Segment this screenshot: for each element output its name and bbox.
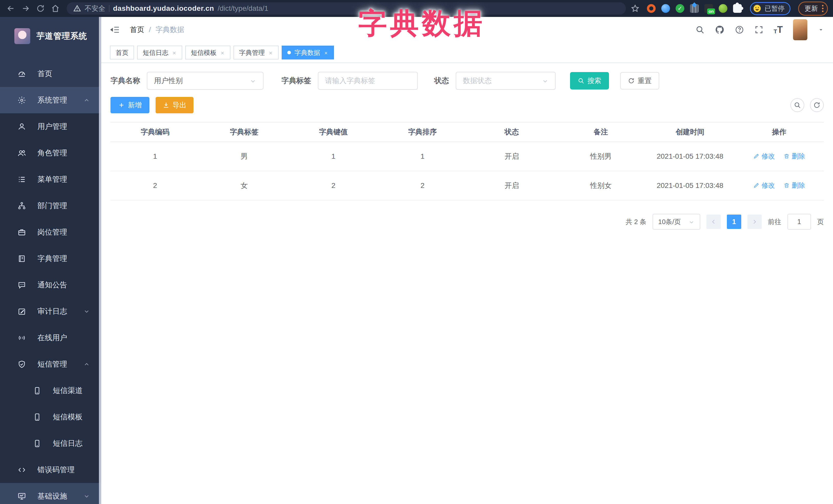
sidebar-item-role-management[interactable]: 角色管理 (0, 140, 101, 166)
edit-square-icon (17, 307, 27, 316)
extension-check-icon[interactable]: ✓ (675, 4, 684, 13)
sidebar-item-infrastructure[interactable]: 基础设施 (0, 483, 101, 504)
extension-bars-icon[interactable] (690, 4, 699, 13)
chevron-left-icon (711, 219, 717, 225)
tab-home[interactable]: 首页 (110, 46, 134, 59)
refresh-icon (813, 101, 820, 109)
sidebar-item-notice[interactable]: 通知公告 (0, 272, 101, 298)
sidebar-item-sms-template[interactable]: 短信模板 (0, 404, 101, 430)
font-size-icon[interactable]: TT (774, 25, 783, 34)
sidebar-item-dept-management[interactable]: 部门管理 (0, 193, 101, 219)
user-menu-caret-icon[interactable] (818, 26, 824, 33)
back-icon[interactable] (5, 3, 17, 14)
home-icon[interactable] (50, 3, 61, 14)
dict-label-input[interactable] (325, 77, 411, 85)
col-dict-value: 字典键值 (289, 122, 378, 142)
sidebar-item-online-users[interactable]: 在线用户 (0, 325, 101, 351)
profile-paused-chip[interactable]: 已暂停 (750, 2, 790, 15)
phone-icon (32, 413, 42, 422)
breadcrumb: 首页 / 字典数据 (130, 25, 184, 34)
status-select[interactable]: 数据状态 (456, 72, 556, 90)
sidebar-item-user-management[interactable]: 用户管理 (0, 113, 101, 140)
pencil-icon (753, 153, 759, 159)
app-frame: 芋道管理系统 首页 系统管理 用户管理 (0, 17, 833, 504)
tab-sms-template[interactable]: 短信模板 (185, 46, 231, 59)
table-row[interactable]: 1 男 1 1 开启 性别男 2021-01-05 17:03:48 修改 删除 (111, 142, 824, 171)
security-warning-icon[interactable] (73, 5, 81, 12)
tab-dict-data[interactable]: 字典数据 (282, 46, 334, 59)
on-badge: on (707, 8, 715, 14)
search-icon[interactable] (695, 25, 705, 34)
search-button[interactable]: 搜索 (570, 72, 609, 90)
bookmark-star-icon[interactable] (629, 3, 641, 14)
fullscreen-icon[interactable] (754, 25, 764, 34)
delete-link[interactable]: 删除 (784, 181, 805, 190)
browser-update-button[interactable]: 更新 (798, 2, 828, 16)
delete-link[interactable]: 删除 (784, 152, 805, 161)
sidebar-item-home[interactable]: 首页 (0, 61, 101, 87)
sidebar-item-sms-channel[interactable]: 短信渠道 (0, 377, 101, 404)
extension-green-icon[interactable] (719, 4, 728, 13)
sidebar-item-audit-log[interactable]: 审计日志 (0, 298, 101, 325)
emoji-avatar-icon (753, 4, 761, 13)
sidebar-item-error-code[interactable]: 错误码管理 (0, 457, 101, 483)
table-row[interactable]: 2 女 2 2 开启 性别女 2021-01-05 17:03:48 修改 删除 (111, 171, 824, 200)
edit-link[interactable]: 修改 (753, 181, 775, 190)
close-icon[interactable] (268, 49, 273, 56)
user-avatar[interactable] (793, 19, 807, 40)
status-text: 开启 (467, 171, 556, 200)
tab-sms-log[interactable]: 短信日志 (137, 46, 182, 59)
extension-on-badge-icon[interactable]: on (704, 4, 713, 13)
sidebar-item-dict-management[interactable]: 字典管理 (0, 245, 101, 272)
close-icon[interactable] (220, 49, 225, 56)
status-label: 状态 (434, 76, 449, 86)
page-number-current[interactable]: 1 (727, 215, 741, 229)
logo-rabbit-icon (14, 28, 30, 44)
reload-icon[interactable] (35, 3, 46, 14)
extension-orange-icon[interactable] (647, 4, 656, 13)
tab-dict-management[interactable]: 字典管理 (234, 46, 279, 59)
main-area: 首页 / 字典数据 TT 首页 (101, 17, 833, 504)
system-management-submenu: 用户管理 角色管理 菜单管理 部门管理 (0, 113, 101, 483)
help-icon[interactable] (735, 25, 744, 34)
sidebar-item-menu-management[interactable]: 菜单管理 (0, 166, 101, 193)
refresh-table-button[interactable] (810, 98, 824, 112)
next-page-button[interactable] (747, 215, 762, 229)
github-icon[interactable] (715, 25, 724, 34)
refresh-icon (628, 77, 635, 84)
chevron-down-icon (688, 218, 695, 226)
table-header-row: 字典编码 字典标签 字典键值 字典排序 状态 备注 创建时间 操作 (111, 122, 824, 142)
edit-link[interactable]: 修改 (753, 152, 775, 161)
paused-label: 已暂停 (765, 4, 785, 13)
breadcrumb-home[interactable]: 首页 (130, 25, 144, 34)
dict-name-select[interactable]: 用户性别 (147, 72, 263, 90)
tab-bar: 首页 短信日志 短信模板 字典管理 字典数据 (101, 43, 833, 63)
sidebar-collapse-icon[interactable] (110, 25, 120, 35)
book-icon (17, 254, 27, 263)
page-size-select[interactable]: 10条/页 (652, 214, 700, 230)
forward-icon[interactable] (20, 3, 31, 14)
sidebar-item-sms-log[interactable]: 短信日志 (0, 430, 101, 457)
add-button[interactable]: 新增 (111, 97, 149, 113)
extensions-puzzle-icon[interactable] (733, 4, 742, 13)
extension-drop-icon[interactable] (661, 4, 670, 13)
col-status: 状态 (467, 122, 556, 142)
chevron-down-icon (83, 493, 90, 500)
reset-button[interactable]: 重置 (620, 72, 659, 90)
export-button[interactable]: 导出 (156, 97, 193, 113)
breadcrumb-current: 字典数据 (156, 25, 184, 34)
prev-page-button[interactable] (706, 215, 721, 229)
sidebar-item-system-management[interactable]: 系统管理 (0, 87, 101, 113)
browser-menu-icon[interactable] (822, 5, 824, 12)
goto-page-input[interactable] (787, 214, 811, 230)
user-icon (17, 122, 27, 131)
toggle-search-button[interactable] (790, 98, 804, 112)
sidebar-logo[interactable]: 芋道管理系统 (0, 17, 101, 55)
address-bar[interactable]: 不安全 dashboard.yudao.iocoder.cn /dict/typ… (67, 2, 626, 15)
sidebar-item-post-management[interactable]: 岗位管理 (0, 219, 101, 245)
close-icon[interactable] (172, 49, 176, 56)
url-domain: dashboard.yudao.iocoder.cn (113, 4, 214, 13)
col-dict-sort: 字典排序 (378, 122, 467, 142)
close-icon[interactable] (324, 49, 328, 56)
sidebar-item-sms-management[interactable]: 短信管理 (0, 351, 101, 377)
